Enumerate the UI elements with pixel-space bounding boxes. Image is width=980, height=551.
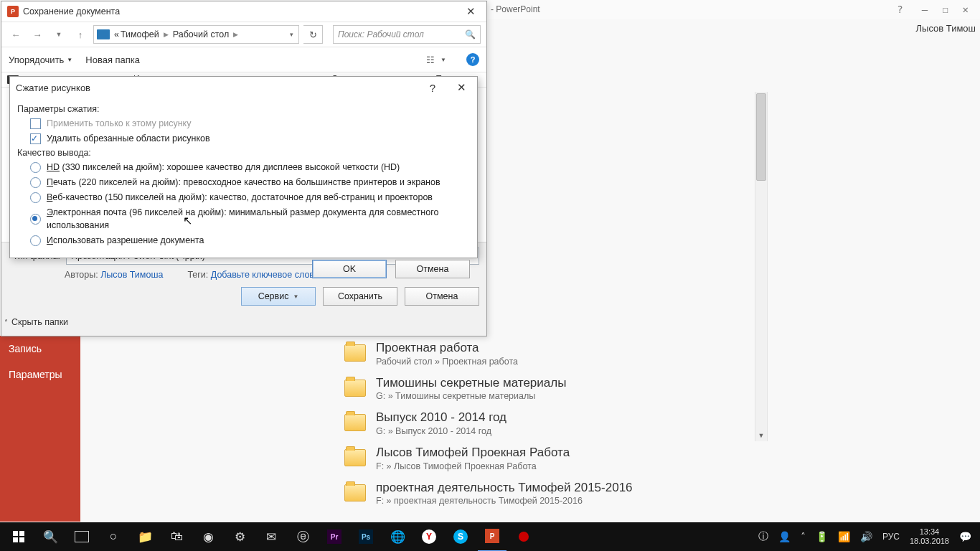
search-input[interactable]: Поиск: Рабочий стол 🔍 (333, 25, 481, 44)
recent-scrollbar[interactable]: ▲ ▼ (755, 92, 768, 441)
view-options[interactable]: ☷▼ (426, 55, 446, 65)
quality-web-radio[interactable]: Веб-качество (150 пикселей на дюйм): кач… (30, 191, 470, 204)
delete-cropped-areas-checkbox[interactable]: Удалить обрезанные области рисунков (30, 132, 470, 145)
tray-clock[interactable]: 13:34 18.03.2018 (910, 527, 949, 545)
folder-icon (344, 414, 366, 431)
breadcrumb-path[interactable]: « Тимофей ▶ Рабочий стол ▶ ▾ (93, 25, 299, 44)
tray-help-icon[interactable]: ⓘ (758, 530, 768, 543)
save-dialog-nav: ← → ▼ ↑ « Тимофей ▶ Рабочий стол ▶ ▾ ↻ П… (1, 22, 486, 47)
checkbox-icon[interactable] (30, 133, 41, 144)
radio-icon[interactable] (30, 214, 41, 225)
yandex-icon[interactable]: Y (415, 522, 443, 551)
breadcrumb-folder[interactable]: Рабочий стол (173, 29, 229, 39)
hide-folders-toggle[interactable]: ˄ Скрыть папки (4, 317, 68, 327)
ok-button[interactable]: OK (312, 260, 387, 278)
tray-chevron-up-icon[interactable]: ˄ (801, 531, 806, 542)
nav-back-button[interactable]: ← (7, 26, 24, 43)
tray-notifications-icon[interactable]: 💬 (959, 531, 971, 542)
radio-icon[interactable] (30, 177, 41, 188)
list-item[interactable]: Выпуск 2010 - 2014 годG: » Выпуск 2010 -… (344, 411, 753, 436)
record-icon[interactable] (509, 522, 538, 551)
photoshop-icon[interactable]: Ps (352, 522, 380, 551)
radio-icon[interactable] (30, 162, 41, 173)
taskbar: 🔍 ○ 📁 🛍 ◉ ⚙ ✉ ⓔ Pr Ps 🌐 Y S P ⓘ 👤 ˄ 🔋 📶 … (0, 522, 980, 551)
chevron-down-icon[interactable]: ▼ (50, 26, 67, 43)
list-item[interactable]: Проектная работаРабочий стол » Проектная… (344, 342, 753, 367)
save-dialog-titlebar[interactable]: P Сохранение документа ✕ (1, 1, 486, 22)
edge-icon[interactable]: ⓔ (288, 522, 317, 551)
minimize-icon[interactable]: — (922, 4, 928, 15)
folder-icon (344, 484, 366, 501)
store-icon[interactable]: 🛍 (162, 522, 191, 551)
help-icon[interactable]: ? (423, 77, 443, 98)
help-icon[interactable]: ? (897, 4, 903, 15)
organize-menu[interactable]: Упорядочить▼ (9, 55, 72, 65)
search-icon[interactable]: 🔍 (465, 29, 476, 39)
close-icon[interactable]: ✕ (451, 77, 471, 98)
skype-icon[interactable]: S (446, 522, 475, 551)
quality-hd-radio[interactable]: HD (330 пикселей на дюйм): хорошее качес… (30, 161, 470, 174)
nav-forward-button[interactable]: → (29, 26, 46, 43)
radio-icon[interactable] (30, 192, 41, 203)
tray-battery-icon[interactable]: 🔋 (816, 531, 828, 542)
folder-icon (344, 380, 366, 397)
save-dialog-title: Сохранение документа (23, 6, 120, 17)
nav-up-button[interactable]: ↑ (72, 26, 89, 43)
chevron-right-icon: ▶ (233, 31, 238, 38)
apply-only-this-picture-checkbox: Применить только к этому рисунку (30, 117, 470, 130)
quality-email-radio[interactable]: Электронная почта (96 пикселей на дюйм):… (30, 206, 470, 232)
breadcrumb-user[interactable]: Тимофей (121, 29, 159, 39)
chrome-icon[interactable]: 🌐 (383, 522, 412, 551)
chevron-up-icon: ˄ (4, 319, 8, 326)
output-quality-header: Качество вывода: (17, 148, 470, 158)
task-view-icon[interactable] (67, 522, 96, 551)
tray-people-icon[interactable]: 👤 (778, 531, 791, 542)
search-placeholder: Поиск: Рабочий стол (338, 29, 424, 39)
view-icon: ☷ (426, 55, 435, 65)
sidebar-item-record[interactable]: Запись (0, 336, 80, 362)
scroll-down-icon[interactable]: ▼ (755, 430, 767, 441)
tray-wifi-icon[interactable]: 📶 (838, 531, 850, 542)
refresh-button[interactable]: ↻ (303, 25, 323, 44)
quality-document-radio[interactable]: Использовать разрешение документа (30, 234, 470, 247)
scroll-thumb[interactable] (756, 93, 766, 181)
powerpoint-taskbar-icon[interactable]: P (478, 522, 507, 551)
file-explorer-icon[interactable]: 📁 (131, 522, 159, 551)
cancel-button[interactable]: Отмена (395, 260, 470, 278)
powerpoint-title-suffix: - PowerPoint (491, 4, 540, 14)
list-item[interactable]: Лысов Тимофей Проекная РаботаF: » Лысов … (344, 446, 753, 471)
compress-dialog-titlebar[interactable]: Сжатие рисунков ? ✕ (10, 77, 477, 98)
maximize-icon[interactable]: ☐ (942, 4, 948, 15)
cortana-icon[interactable]: ○ (99, 522, 128, 551)
hp-icon[interactable]: ◉ (194, 522, 222, 551)
close-icon[interactable]: ✕ (455, 1, 486, 22)
radio-icon[interactable] (30, 235, 41, 246)
path-dropdown-icon[interactable]: ▾ (288, 31, 296, 38)
tray-volume-icon[interactable]: 🔊 (860, 531, 872, 542)
system-tray: ⓘ 👤 ˄ 🔋 📶 🔊 РУС 13:34 18.03.2018 💬 (758, 527, 976, 545)
start-button[interactable] (4, 522, 33, 551)
compress-dialog-body: Параметры сжатия: Применить только к это… (10, 98, 477, 255)
new-folder-button[interactable]: Новая папка (85, 55, 140, 65)
tools-button[interactable]: Сервис▼ (241, 287, 316, 306)
cancel-button[interactable]: Отмена (405, 287, 479, 306)
quality-print-radio[interactable]: Печать (220 пикселей на дюйм): превосход… (30, 176, 470, 189)
save-button[interactable]: Сохранить (323, 287, 397, 306)
mail-icon[interactable]: ✉ (257, 522, 286, 551)
save-dialog-toolbar: Упорядочить▼ Новая папка ☷▼ ? (1, 47, 486, 72)
list-item[interactable]: Тимошины секретные материалыG: » Тимошин… (344, 377, 753, 402)
sidebar-item-options[interactable]: Параметры (0, 362, 80, 387)
powerpoint-icon: P (7, 6, 19, 17)
tray-language[interactable]: РУС (882, 532, 900, 542)
powerpoint-window-buttons: ? — ☐ ✕ (885, 0, 980, 19)
breadcrumb-prefix: « (114, 29, 119, 39)
help-icon[interactable]: ? (466, 53, 479, 66)
checkbox-icon (30, 118, 41, 129)
premiere-icon[interactable]: Pr (320, 522, 349, 551)
search-icon[interactable]: 🔍 (36, 522, 65, 551)
close-icon[interactable]: ✕ (963, 4, 969, 15)
list-item[interactable]: проектная деятельность Тимофей 2015-2016… (344, 481, 753, 507)
settings-icon[interactable]: ⚙ (225, 522, 254, 551)
compress-dialog-actions: OK Отмена (10, 255, 477, 286)
powerpoint-user-name[interactable]: Лысов Тимош (911, 23, 980, 39)
